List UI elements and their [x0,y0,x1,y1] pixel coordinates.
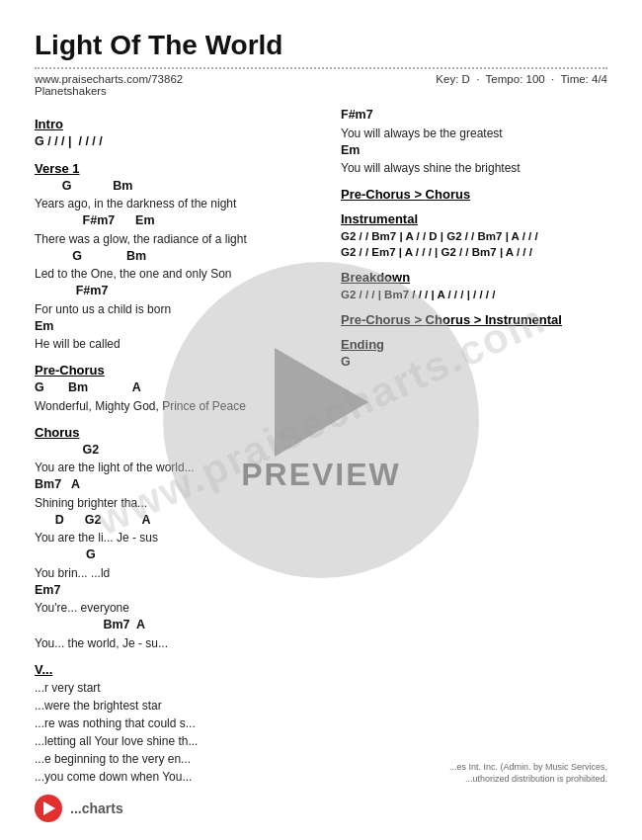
meta-right: Intro Key: D · Tempo: 100 · Time: 4/4 [436,73,607,97]
chorus-section: Chorus G2 You are the light of the world… [35,425,321,652]
chorus-label: Chorus [35,425,321,440]
chorus-lyric-1: Shining brighter tha... [35,494,321,512]
content-columns: Intro G / / / | / / / / Verse 1 G Bm Yea… [35,107,607,794]
footer-logo[interactable] [35,795,62,822]
breakdown-section: Breakdown G2 / / / | Bm7 / / / | A / / /… [341,270,607,302]
verse2-lyric-5: ...you come down when You... [35,768,321,786]
verse2-lyric-3: ...letting all Your love shine th... [35,732,321,750]
verse1-label: Verse 1 [35,161,321,176]
pre-chorus-ref1-text: Pre-Chorus > Chorus [341,187,607,202]
chorus-chord-1: Bm7 A [35,476,321,494]
verse1-lyric-1: There was a glow, the radiance of a ligh… [35,230,321,248]
verse1-lyric-0: Years ago, in the darkness of the night [35,195,321,212]
chorus-ref2-text: Chorus [426,312,471,327]
verse1-chord-1: F#m7 Em [35,212,321,230]
copyright-text: ...es Int. Inc. (Admin. by Music Service… [449,761,607,786]
breakdown-label: Breakdown [341,270,607,285]
chorus-lyric-2: You are the li... Je - sus [35,529,321,546]
left-column: Intro G / / / | / / / / Verse 1 G Bm Yea… [35,107,321,794]
verse1-lyric-3: For unto us a child is born [35,300,321,318]
pre-chorus-section: Pre-Chorus G Bm A Wonderful, Mighty God,… [35,363,321,415]
instrumental-label: Instrumental [341,211,607,226]
instrumental-line-0: G2 / / Bm7 | A / / D | G2 / / Bm7 | A / … [341,228,607,244]
verse2-lyric-1: ...were the brightest star [35,697,321,714]
page: Light Of The World www.praisecharts.com/… [0,0,642,840]
ending-chord: G [341,354,607,372]
url-text: www.praisecharts.com/73862 [35,73,183,85]
instrumental-line-1: G2 / / Em7 | A / / / | G2 / / Bm7 | A / … [341,244,607,260]
chorus-lyric-4: You're... everyone [35,599,321,617]
chorus-ref1-text: Chorus [426,187,471,202]
right-column: F#m7 You will always be the greatest Em … [341,107,607,794]
footer-brand: ...charts [70,800,123,816]
instrumental-section: Instrumental G2 / / Bm7 | A / / D | G2 /… [341,211,607,260]
pre-chorus-lyric-0: Wonderful, Mighty God, Prince of Peace [35,397,321,415]
verse1-chord-3: F#m7 [35,283,321,300]
pre-chorus-ref2: Pre-Chorus > Chorus > Instrumental [341,312,607,327]
verse1-chord-4: Em [35,318,321,336]
footer: ...charts [35,795,123,822]
verse1-lyric-4: He will be called [35,335,321,353]
key-meta: Key: D · Tempo: 100 · Time: 4/4 [436,73,607,85]
fsharp-lyric-0: You will always be the greatest [341,125,607,142]
breakdown-line: G2 / / / | Bm7 / / / | A / / / | / / / / [341,287,607,302]
verse1-chord-2: G Bm [35,248,321,266]
intro-section: Intro G / / / | / / / / [35,117,321,151]
verse1-section: Verse 1 G Bm Years ago, in the darkness … [35,161,321,354]
pre-chorus-ref1: Pre-Chorus > Chorus [341,187,607,202]
ending-section: Ending G [341,337,607,372]
pre-chorus-ref2-text: Pre-Chorus > Chorus > Instrumental [341,312,607,327]
ending-label: Ending [341,337,607,352]
pre-chorus-label: Pre-Chorus [35,363,321,378]
intro-chords: G / / / | / / / / [35,133,321,151]
pre-chorus-chord-0: G Bm A [35,379,321,397]
verse2-lyric-0: ...r very start [35,679,321,697]
intro-label: Intro [35,117,321,131]
verse2-partial-label: V... [35,662,321,677]
em-chord: Em [341,142,607,160]
meta-left: www.praisecharts.com/73862 Planetshakers [35,73,183,97]
chorus-chord-5: Bm7 A [35,617,321,634]
verse2-partial-section: V... ...r very start ...were the brighte… [35,662,321,786]
verse2-lyric-2: ...re was nothing that could s... [35,714,321,732]
meta-row: www.praisecharts.com/73862 Planetshakers… [35,73,607,97]
em-lyric-0: You will always shine the brightest [341,159,607,177]
page-title: Light Of The World [35,30,607,61]
chorus-chord-0: G2 [35,442,321,460]
fsharp-chord: F#m7 [341,107,607,125]
chorus-lyric-3: You brin... ...ld [35,564,321,582]
fsharp-block: F#m7 You will always be the greatest Em … [341,107,607,177]
chorus-chord-2: D G2 A [35,512,321,530]
artist-text: Planetshakers [35,85,107,97]
divider [35,67,607,69]
verse1-lyric-2: Led to the One, the one and only Son [35,265,321,283]
verse2-lyric-4: ...e beginning to the very en... [35,750,321,768]
chorus-lyric-0: You are the light of the world... [35,459,321,476]
chorus-lyric-5: You... the world, Je - su... [35,634,321,652]
chorus-chord-4: Em7 [35,582,321,600]
verse1-chord-0: G Bm [35,178,321,196]
chorus-chord-3: G [35,546,321,564]
footer-play-icon [43,801,55,815]
